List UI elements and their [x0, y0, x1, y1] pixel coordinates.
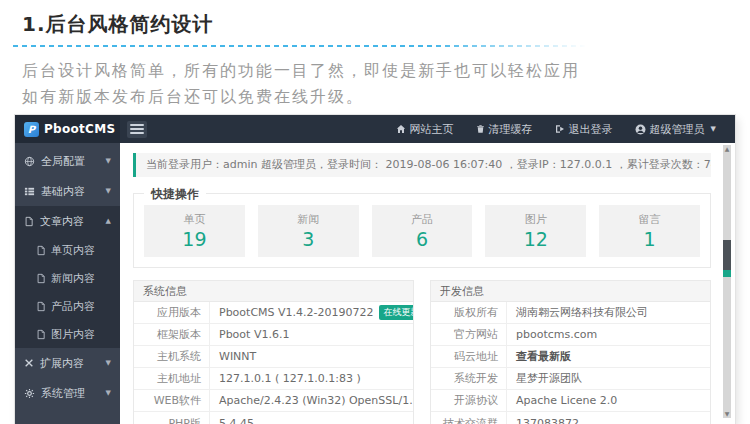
stat-card-picture[interactable]: 图片12	[485, 205, 586, 257]
stat-value: 1	[644, 228, 656, 250]
sidebar-item-label: 全局配置	[41, 154, 85, 169]
quick-actions-section: 快捷操作 单页19新闻3产品6图片12留言1	[133, 193, 711, 268]
brand-name: PbootCMS	[44, 122, 115, 136]
row-value-text: Pboot V1.6.1	[219, 328, 289, 341]
row-value: 137083872	[507, 412, 710, 424]
table-row: 版权所有湖南翱云网络科技有限公司	[431, 302, 710, 324]
sidebar-subitem-news[interactable]: 新闻内容	[15, 264, 120, 292]
top-bar: P PbootCMS 网站主页清理缓存退出登录超级管理员▼	[15, 115, 735, 143]
row-value: 127.1.0.1 ( 127.1.0.1:83 )	[210, 368, 413, 389]
topnav-item-label: 清理缓存	[489, 122, 533, 137]
stats-row: 单页19新闻3产品6图片12留言1	[144, 205, 700, 257]
scroll-up-icon[interactable]: ▲	[723, 145, 731, 153]
sidebar-submenu: 单页内容新闻内容产品内容图片内容	[15, 236, 120, 348]
stat-value: 19	[182, 228, 206, 250]
stat-label: 留言	[639, 212, 661, 227]
sidebar-item-system-manage[interactable]: 系统管理▼	[15, 378, 120, 408]
panel-body: 全局配置▼基础内容▼文章内容▲单页内容新闻内容产品内容图片内容扩展内容▼系统管理…	[15, 143, 735, 424]
system-info-title: 系统信息	[134, 281, 413, 302]
logout-icon	[555, 124, 565, 134]
scroll-down-icon[interactable]: ▼	[723, 410, 731, 418]
title-underline-divider	[13, 45, 593, 47]
topnav-item-clear-cache[interactable]: 清理缓存	[465, 122, 544, 137]
menu-toggle-icon[interactable]	[127, 121, 147, 138]
stat-card-message[interactable]: 留言1	[599, 205, 700, 257]
stat-label: 单页	[183, 212, 205, 227]
home-icon	[396, 124, 406, 134]
stat-label: 图片	[525, 212, 547, 227]
sidebar-item-label: 文章内容	[40, 214, 84, 229]
sidebar-subitem-product[interactable]: 产品内容	[15, 292, 120, 320]
sidebar-item-article-content[interactable]: 文章内容▲	[15, 206, 120, 236]
sidebar-subitem-label: 新闻内容	[51, 271, 95, 286]
sidebar-item-label: 扩展内容	[40, 356, 84, 371]
stat-card-single-page[interactable]: 单页19	[144, 205, 245, 257]
row-value: PbootCMS V1.4.2-20190722在线更新	[210, 302, 413, 323]
row-label: WEB软件	[134, 390, 210, 411]
sidebar-item-global-config[interactable]: 全局配置▼	[15, 146, 120, 176]
topnav-item-admin-user[interactable]: 超级管理员▼	[624, 122, 727, 137]
scrollbar-thumb[interactable]	[723, 240, 731, 270]
row-value-text: 137083872	[516, 417, 579, 424]
sidebar-subitem-picture[interactable]: 图片内容	[15, 320, 120, 348]
extend-icon	[24, 358, 34, 368]
row-value: 星梦开源团队	[507, 368, 710, 389]
row-value: WINNT	[210, 346, 413, 367]
file-icon	[36, 301, 46, 312]
content-scrollbar[interactable]: ▲ ▼	[723, 145, 731, 418]
chevron-down-icon: ▼	[106, 187, 111, 195]
gear-icon	[24, 388, 35, 399]
table-row: 框架版本Pboot V1.6.1	[134, 324, 413, 346]
sidebar-item-label: 系统管理	[41, 386, 85, 401]
topnav-item-logout[interactable]: 退出登录	[544, 122, 624, 137]
user-icon	[635, 124, 646, 135]
system-info-table: 系统信息 应用版本PbootCMS V1.4.2-20190722在线更新框架版…	[133, 280, 414, 424]
brand-logo: P PbootCMS	[15, 115, 120, 143]
row-label: 主机系统	[134, 346, 210, 367]
stat-value: 12	[524, 228, 548, 250]
row-value-text: 湖南翱云网络科技有限公司	[516, 305, 648, 320]
description-line: 后台设计风格简单，所有的功能一目了然，即使是新手也可以轻松应用	[22, 58, 580, 84]
sitemap-icon	[24, 186, 35, 197]
chevron-down-icon: ▼	[711, 125, 716, 133]
row-value-text: WINNT	[219, 350, 256, 363]
row-value: Apache Licene 2.0	[507, 390, 710, 411]
chevron-up-icon: ▲	[106, 217, 111, 225]
row-value: Apache/2.4.23 (Win32) OpenSSL/1.0.2j PHP…	[210, 390, 413, 411]
file-icon	[24, 216, 34, 227]
row-value-text: 127.1.0.1 ( 127.1.0.1:83 )	[219, 372, 361, 385]
pbootcms-logo-icon: P	[24, 122, 39, 137]
sidebar-subitem-label: 单页内容	[51, 243, 95, 258]
online-update-badge[interactable]: 在线更新	[379, 305, 413, 320]
sidebar-item-basic-content[interactable]: 基础内容▼	[15, 176, 120, 206]
row-value-text: 星梦开源团队	[516, 371, 582, 386]
table-row: 系统开发星梦开源团队	[431, 368, 710, 390]
table-row: PHP版5.4.45	[134, 412, 413, 424]
stat-card-news[interactable]: 新闻3	[258, 205, 359, 257]
row-label: 码云地址	[431, 346, 507, 367]
top-nav: 网站主页清理缓存退出登录超级管理员▼	[385, 115, 735, 143]
quick-actions-title: 快捷操作	[144, 186, 206, 203]
row-value-text: 查看最新版	[516, 349, 571, 364]
topnav-item-site-home[interactable]: 网站主页	[385, 122, 465, 137]
row-value: 湖南翱云网络科技有限公司	[507, 302, 710, 323]
row-value-text: Apache/2.4.23 (Win32) OpenSSL/1.0.2j PHP…	[219, 394, 413, 407]
row-label: 技术交流群	[431, 412, 507, 424]
row-value-text: 5.4.45	[219, 417, 254, 424]
table-row: 开源协议Apache Licene 2.0	[431, 390, 710, 412]
info-tables: 系统信息 应用版本PbootCMS V1.4.2-20190722在线更新框架版…	[133, 280, 711, 424]
row-value: pbootcms.com	[507, 324, 710, 345]
sidebar-subitem-single-page[interactable]: 单页内容	[15, 236, 120, 264]
sidebar-item-extend-content[interactable]: 扩展内容▼	[15, 348, 120, 378]
topnav-item-label: 超级管理员	[650, 122, 705, 137]
stat-card-product[interactable]: 产品6	[372, 205, 473, 257]
table-row: 主机地址127.1.0.1 ( 127.1.0.1:83 )	[134, 368, 413, 390]
login-info-bar: 当前登录用户：admin 超级管理员，登录时间： 2019-08-06 16:0…	[133, 153, 711, 177]
table-row: WEB软件Apache/2.4.23 (Win32) OpenSSL/1.0.2…	[134, 390, 413, 412]
table-row: 主机系统WINNT	[134, 346, 413, 368]
row-label: 版权所有	[431, 302, 507, 323]
sidebar-item-label: 基础内容	[41, 184, 85, 199]
globe-icon	[24, 156, 35, 167]
latest-version-link[interactable]: 查看最新版	[507, 346, 710, 367]
sidebar-subitem-label: 图片内容	[51, 327, 95, 342]
